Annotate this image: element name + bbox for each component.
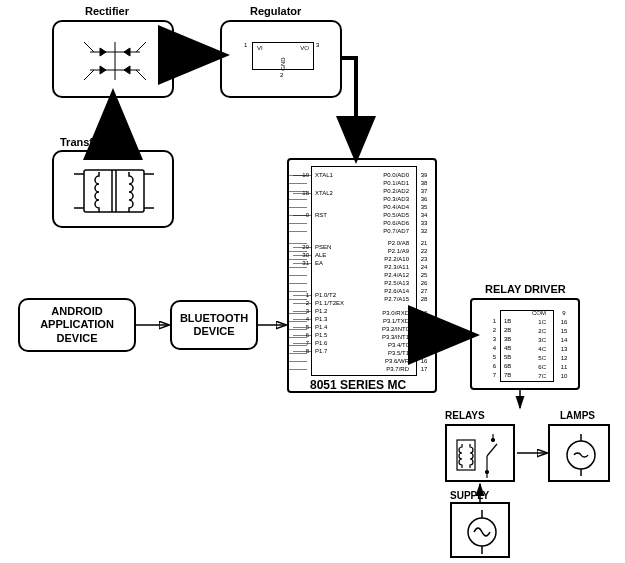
- mcu-label: 8051 SERIES MC: [310, 378, 406, 392]
- svg-point-62: [468, 518, 496, 546]
- svg-rect-7: [84, 170, 144, 212]
- supply-label: SUPPLY: [450, 490, 489, 501]
- svg-point-55: [486, 471, 489, 474]
- svg-line-3: [84, 42, 94, 52]
- reg-gnd: GND: [280, 57, 286, 70]
- regulator-label: Regulator: [250, 5, 301, 17]
- svg-rect-52: [457, 440, 475, 470]
- android-block: ANDROID APPLICATION DEVICE: [18, 298, 136, 352]
- svg-line-5: [84, 70, 94, 80]
- relay-driver-block: 11B22B33B44B55B66B77B COM91C162C153C144C…: [470, 298, 580, 390]
- svg-line-4: [136, 42, 146, 52]
- bluetooth-text: BLUETOOTH DEVICE: [180, 312, 248, 338]
- svg-point-59: [567, 441, 595, 469]
- lamps-label: LAMPS: [560, 410, 595, 421]
- android-text: ANDROID APPLICATION DEVICE: [40, 305, 114, 345]
- supply-block: [450, 502, 510, 558]
- lamps-block: [548, 424, 610, 482]
- rectifier-label: Rectifier: [85, 5, 129, 17]
- relay-driver-label: RELAY DRIVER: [485, 283, 566, 295]
- svg-point-56: [492, 439, 495, 442]
- transformer-block: [52, 150, 174, 228]
- svg-line-6: [136, 70, 146, 80]
- rectifier-block: [52, 20, 174, 98]
- relays-block: [445, 424, 515, 482]
- transformer-label: Transformer: [60, 136, 124, 148]
- regulator-block: VI VO GND 1 3 2: [220, 20, 342, 98]
- reg-p3: 3: [316, 42, 319, 48]
- mcu-block: 19XTAL118XTAL29RST29PSEN30ALE31EA1P1.0/T…: [287, 158, 437, 393]
- bluetooth-block: BLUETOOTH DEVICE: [170, 300, 258, 350]
- relays-label: RELAYS: [445, 410, 485, 421]
- reg-p2: 2: [280, 72, 283, 78]
- reg-vo: VO: [300, 45, 309, 51]
- reg-p1: 1: [244, 42, 247, 48]
- svg-line-54: [487, 444, 497, 456]
- arrow-regulator-mcu: [342, 58, 356, 156]
- reg-vi: VI: [257, 45, 263, 51]
